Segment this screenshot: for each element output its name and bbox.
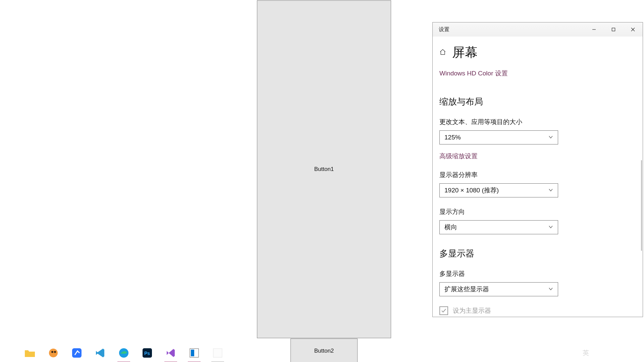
svg-rect-7 <box>72 348 82 358</box>
vscode-icon[interactable] <box>94 347 107 359</box>
blank-app-icon[interactable] <box>211 347 224 359</box>
resolution-dropdown[interactable]: 644 × 362 (推荐) <box>439 183 558 197</box>
button2-label: Button2 <box>314 348 334 354</box>
checkbox-icon <box>439 306 448 315</box>
resolution-field-label: 显示器分辨率 <box>439 171 636 179</box>
app-icon[interactable] <box>70 347 83 359</box>
edge-icon[interactable] <box>117 347 130 359</box>
svg-text:Ps: Ps <box>144 351 150 356</box>
scale-dropdown-value: 125% <box>444 134 461 141</box>
settings-window: 设置 屏幕 Windows HD Color 设置 缩放与布局 更改文本、应用等… <box>432 22 643 317</box>
button1-label: Button1 <box>314 166 334 173</box>
chevron-down-icon <box>548 187 553 194</box>
settings-header: 屏幕 <box>433 37 643 64</box>
maximize-icon <box>611 27 615 32</box>
chevron-down-icon <box>548 224 553 231</box>
settings-body: Windows HD Color 设置 缩放与布局 更改文本、应用等项目的大小 … <box>433 64 643 317</box>
windows-app-icon[interactable] <box>188 347 201 359</box>
chevron-down-icon <box>548 134 553 141</box>
folder-icon[interactable] <box>23 347 36 359</box>
primary-display-checkbox: 设为主显示器 <box>439 306 636 315</box>
svg-point-4 <box>49 349 58 357</box>
chevron-down-icon <box>548 286 553 293</box>
multi-section-title: 多显示器 <box>439 248 636 259</box>
multi-dropdown-value: 扩展这些显示器 <box>444 285 489 294</box>
minimize-button[interactable] <box>584 22 604 37</box>
hd-color-link[interactable]: Windows HD Color 设置 <box>439 69 508 78</box>
home-icon[interactable] <box>439 49 446 57</box>
photoshop-icon[interactable]: Ps <box>141 347 154 359</box>
svg-point-6 <box>54 351 56 353</box>
close-button[interactable] <box>623 22 643 37</box>
settings-window-title: 设置 <box>439 26 449 33</box>
close-icon <box>631 27 635 32</box>
advanced-scale-link[interactable]: 高级缩放设置 <box>439 152 478 161</box>
multi-dropdown[interactable]: 扩展这些显示器 <box>439 282 558 296</box>
snipping-icon[interactable] <box>47 347 60 359</box>
scale-dropdown[interactable]: 125% <box>439 130 558 144</box>
multi-field-label: 多显示器 <box>439 269 636 278</box>
visual-studio-icon[interactable] <box>164 347 177 359</box>
svg-point-5 <box>51 351 53 353</box>
settings-titlebar: 设置 <box>433 22 643 37</box>
taskbar: Ps <box>0 344 224 362</box>
resolution-dropdown-value: 644 × 362 (推荐) <box>444 186 499 195</box>
maximize-button[interactable] <box>604 22 623 37</box>
svg-rect-13 <box>213 349 222 357</box>
test-window-button1[interactable]: Button1 <box>257 0 391 338</box>
svg-rect-12 <box>191 350 194 356</box>
minimize-icon <box>592 27 596 32</box>
primary-display-label: 设为主显示器 <box>453 306 491 315</box>
scale-section-title: 缩放与布局 <box>439 96 636 108</box>
ime-status[interactable]: 英 <box>583 349 589 357</box>
svg-rect-1 <box>612 28 615 31</box>
orientation-field-label: 显示方向 <box>439 207 636 216</box>
orientation-dropdown-value: 横向 <box>444 223 457 232</box>
page-title: 屏幕 <box>452 44 478 61</box>
orientation-dropdown[interactable]: 横向 <box>439 220 558 234</box>
scrollbar[interactable] <box>641 160 642 251</box>
test-window-button2[interactable]: Button2 <box>290 339 358 362</box>
scale-field-label: 更改文本、应用等项目的大小 <box>439 118 636 126</box>
